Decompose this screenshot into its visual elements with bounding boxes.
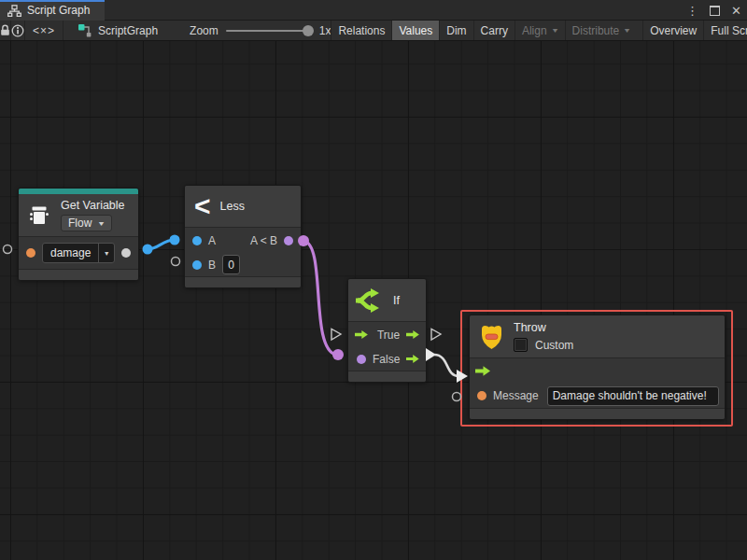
port-label: A < B <box>250 234 277 247</box>
variable-name-dropdown[interactable]: damage ▼ <box>42 243 115 263</box>
lock-icon <box>0 24 10 36</box>
graph-toolbar: <×> ScriptGraph Zoom 1x Relations Values… <box>0 21 747 41</box>
wire-endpoint[interactable] <box>170 235 180 245</box>
wire-damage-to-a[interactable] <box>148 240 175 249</box>
zoom-slider-thumb[interactable] <box>303 25 314 36</box>
dim-toggle[interactable]: Dim <box>439 21 472 40</box>
branch-icon <box>356 287 384 314</box>
node-if[interactable]: If True False <box>347 278 427 383</box>
node-throw[interactable]: Throw Custom Message <box>469 315 726 420</box>
full-screen-button[interactable]: Full Screen <box>703 21 747 40</box>
unconnected-port-circle[interactable] <box>172 258 180 266</box>
zoom-label: Zoom <box>190 24 218 37</box>
node-footer <box>470 408 725 419</box>
node-footer <box>348 371 426 382</box>
more-icon[interactable]: ⋮ <box>686 4 698 18</box>
custom-checkbox[interactable] <box>514 338 528 352</box>
zoom-value: 1x <box>319 24 331 37</box>
less-than-icon: < <box>194 194 211 218</box>
checkbox-label: Custom <box>535 339 573 352</box>
port-label: False <box>373 353 400 366</box>
condition-input-port[interactable] <box>357 355 366 364</box>
flow-output-true-port[interactable] <box>406 329 419 340</box>
chevron-down-icon: ▼ <box>97 220 106 227</box>
info-icon <box>11 24 24 37</box>
input-port-b[interactable] <box>192 260 202 270</box>
wire-false-to-throw[interactable] <box>434 355 458 376</box>
b-value-field[interactable] <box>222 255 240 274</box>
port-label: A <box>208 234 216 247</box>
script-graph-icon <box>78 23 92 37</box>
flow-output-false-port[interactable] <box>406 354 419 364</box>
code-view-button[interactable]: <×> <box>25 21 63 40</box>
overview-button[interactable]: Overview <box>642 21 703 40</box>
close-icon[interactable]: ✕ <box>731 4 741 18</box>
variable-crate-icon <box>27 203 51 228</box>
window-tab-bar: Script Graph ⋮ ✕ <box>0 0 747 21</box>
node-footer <box>19 269 138 280</box>
zoom-slider[interactable] <box>226 30 312 32</box>
graph-hierarchy-icon <box>7 5 21 17</box>
throw-shield-icon <box>479 323 504 351</box>
unconnected-port-circle[interactable] <box>4 245 12 254</box>
variable-kind-dropdown[interactable]: Flow ▼ <box>61 215 112 231</box>
node-title: Throw <box>514 321 546 334</box>
value-output-port[interactable] <box>26 248 35 258</box>
tab-title: Script Graph <box>27 4 90 17</box>
lock-button[interactable] <box>0 21 11 40</box>
tab-script-graph[interactable]: Script Graph <box>0 0 105 21</box>
port-label: True <box>377 329 400 342</box>
port-label: Message <box>493 389 539 402</box>
wire-endpoint[interactable] <box>332 349 344 360</box>
message-field[interactable] <box>547 386 719 406</box>
node-get-variable[interactable]: Get Variable Flow ▼ damage ▼ <box>18 188 139 281</box>
unconnected-port-circle[interactable] <box>453 393 461 401</box>
values-toggle[interactable]: Values <box>391 21 439 40</box>
port-label: B <box>208 259 216 272</box>
distribute-dropdown[interactable]: Distribute ▼ <box>565 21 638 40</box>
graph-name: ScriptGraph <box>98 24 158 37</box>
flow-input-port[interactable] <box>475 366 490 376</box>
graph-breadcrumb[interactable]: ScriptGraph <box>78 21 158 40</box>
message-input-port[interactable] <box>477 391 486 400</box>
node-less[interactable]: < Less A A < B B <box>184 185 302 288</box>
inspect-button[interactable] <box>11 21 25 40</box>
relations-toggle[interactable]: Relations <box>331 21 391 40</box>
wire-endpoint[interactable] <box>143 245 153 255</box>
chevron-down-icon: ▼ <box>551 27 559 34</box>
chevron-down-icon: ▼ <box>623 27 631 34</box>
unconnected-flow-triangle[interactable] <box>331 329 341 341</box>
align-dropdown[interactable]: Align ▼ <box>514 21 565 40</box>
node-footer <box>185 276 301 287</box>
carry-toggle[interactable]: Carry <box>473 21 514 40</box>
maximize-icon[interactable] <box>710 6 720 16</box>
node-title: If <box>393 294 400 307</box>
flow-input-port[interactable] <box>355 329 368 340</box>
flow-wire-start[interactable] <box>426 348 436 361</box>
input-port-a[interactable] <box>192 236 202 245</box>
flow-wire-arrowhead[interactable] <box>457 370 468 383</box>
node-title: Less <box>220 200 245 213</box>
chevron-down-icon: ▼ <box>98 244 114 262</box>
node-title: Get Variable <box>61 199 125 212</box>
wire-less-to-if[interactable] <box>303 241 336 355</box>
value-output-port[interactable] <box>121 248 131 258</box>
graph-canvas[interactable]: Get Variable Flow ▼ damage ▼ < Less A <box>0 41 747 560</box>
unconnected-flow-triangle[interactable] <box>431 329 441 341</box>
output-port-result[interactable] <box>284 236 293 245</box>
